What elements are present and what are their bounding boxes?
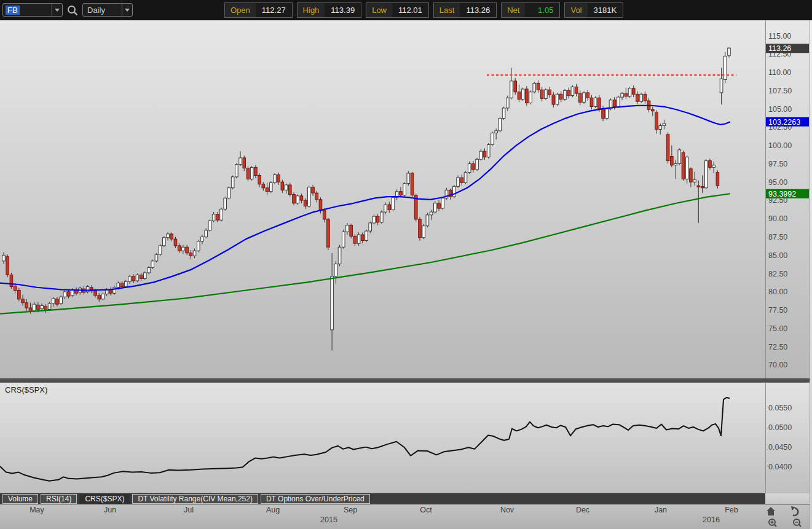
- indicator-panel[interactable]: 0.05500.05000.04500.0400: [0, 383, 812, 493]
- candle-up: [117, 283, 120, 288]
- candle-down: [552, 95, 555, 104]
- quote-net: Net 1.05: [501, 2, 560, 18]
- tab-dt-options-over-underpriced[interactable]: DT Options Over/UnderPriced: [261, 494, 370, 504]
- candle-down: [277, 174, 280, 182]
- candle-down: [178, 246, 181, 251]
- indicator-axis-tick-label: 0.0450: [768, 443, 792, 452]
- time-axis[interactable]: MayJunJulAugSepOctNovDecJanFeb20152016: [0, 504, 812, 529]
- candle-down: [170, 234, 173, 239]
- candle-up: [392, 197, 395, 210]
- candle-down: [94, 291, 97, 296]
- candle-down: [651, 109, 654, 111]
- candle-down: [14, 286, 17, 290]
- zoom-in-button[interactable]: [769, 519, 776, 527]
- price-chart-panel[interactable]: 115.00112.50110.00107.50105.00102.50100.…: [0, 20, 812, 378]
- right-edge-scroll-strip[interactable]: [810, 20, 812, 529]
- symbol-search-button[interactable]: [66, 4, 79, 17]
- zoom-out-button[interactable]: [794, 519, 801, 527]
- x-axis-month-label: Jan: [655, 506, 667, 514]
- candle-down: [636, 94, 639, 101]
- indicator-canvas[interactable]: 0.05500.05000.04500.0400: [0, 383, 812, 493]
- timeframe-select[interactable]: Daily: [82, 3, 133, 17]
- candle-down: [697, 186, 700, 187]
- tab-volume[interactable]: Volume: [2, 494, 38, 504]
- candle-up: [159, 246, 162, 254]
- price-axis-tick-label: 100.00: [768, 141, 792, 150]
- reset-view-button[interactable]: [791, 506, 798, 515]
- panel-divider[interactable]: [0, 378, 812, 383]
- tabs-bar-right-gap: [765, 493, 812, 504]
- candle-up: [384, 205, 387, 212]
- candle-up: [422, 226, 425, 238]
- price-axis-tick-label: 97.50: [768, 160, 787, 168]
- candle-down: [262, 184, 265, 188]
- chevron-down-icon: [55, 9, 60, 12]
- candle-up: [86, 287, 89, 292]
- candle-down: [361, 235, 364, 241]
- candle-up: [212, 214, 215, 221]
- candle-down: [400, 192, 403, 195]
- candle-up: [182, 247, 185, 251]
- candle-down: [98, 296, 101, 299]
- candle-down: [216, 214, 219, 221]
- price-axis-tick-label: 72.50: [768, 343, 787, 351]
- symbol-text[interactable]: FB: [6, 6, 20, 15]
- price-axis-tick-label: 80.00: [768, 288, 787, 296]
- candle-down: [540, 90, 543, 98]
- candle-up: [357, 235, 360, 243]
- candle-up: [510, 81, 513, 98]
- x-axis-month-label: Feb: [725, 506, 738, 514]
- candle-down: [186, 247, 189, 253]
- candle-down: [514, 81, 517, 92]
- candle-down: [67, 292, 70, 296]
- candle-up: [640, 94, 643, 101]
- symbol-input[interactable]: FB: [2, 3, 63, 17]
- candle-down: [37, 305, 40, 309]
- candle-down: [548, 90, 551, 95]
- candle-up: [564, 90, 567, 99]
- tab-dt-volatility-range[interactable]: DT Volatility Range(CIV Mean,252): [132, 494, 258, 504]
- candle-down: [537, 83, 540, 90]
- tab-rsi[interactable]: RSI(14): [41, 494, 77, 504]
- candle-up: [148, 268, 151, 273]
- candle-up: [453, 186, 456, 197]
- candle-up: [41, 306, 44, 309]
- timeframe-dropdown-button[interactable]: [122, 4, 132, 16]
- timeframe-value: Daily: [87, 6, 105, 15]
- candle-down: [281, 182, 284, 190]
- candle-up: [201, 237, 204, 241]
- candle-up: [250, 167, 253, 179]
- candle-up: [556, 94, 559, 104]
- home-button[interactable]: [767, 507, 775, 515]
- candle-up: [308, 187, 311, 206]
- price-chart-canvas[interactable]: 115.00112.50110.00107.50105.00102.50100.…: [0, 20, 812, 378]
- candle-up: [380, 212, 384, 222]
- candle-up: [48, 304, 51, 310]
- price-axis-tick-label: 75.00: [768, 324, 787, 333]
- candle-down: [312, 187, 315, 194]
- candle-up: [685, 157, 688, 179]
- candle-up: [124, 281, 127, 286]
- candle-down: [300, 196, 303, 200]
- candle-up: [372, 216, 376, 223]
- candle-down: [6, 257, 9, 275]
- candle-up: [533, 83, 536, 92]
- candle-up: [136, 275, 139, 281]
- quote-low-value: 112.01: [392, 3, 428, 17]
- chart-nav-controls: [766, 506, 810, 529]
- candle-up: [197, 241, 200, 251]
- x-axis-month-label: Aug: [266, 506, 280, 514]
- tab-crs-spx[interactable]: CRS($SPX): [79, 494, 130, 504]
- candle-down: [655, 112, 658, 129]
- candle-up: [495, 131, 498, 133]
- candle-up: [227, 188, 231, 198]
- candle-down: [353, 236, 357, 243]
- candle-down: [350, 225, 353, 236]
- candle-up: [704, 161, 708, 188]
- symbol-dropdown-button[interactable]: [52, 4, 62, 16]
- candle-down: [18, 291, 21, 299]
- candle-up: [274, 174, 277, 182]
- candle-up: [338, 247, 341, 264]
- candle-up: [479, 151, 483, 159]
- candle-down: [44, 307, 47, 310]
